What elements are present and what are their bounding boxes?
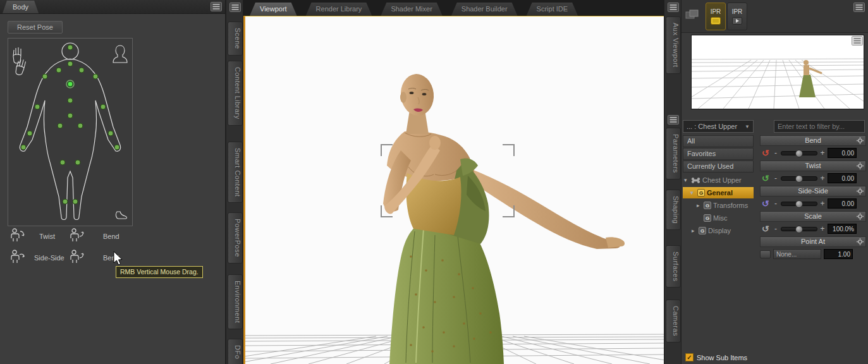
- tree-expanded-icon[interactable]: ▾: [684, 174, 689, 186]
- tab-viewport[interactable]: Viewport: [250, 3, 297, 16]
- dock-tab-aux-viewport[interactable]: Aux Viewport: [666, 16, 681, 74]
- param-header-label: Twist: [805, 162, 821, 169]
- scale-slider-track[interactable]: [781, 227, 817, 231]
- bend-slider-track[interactable]: [781, 151, 817, 155]
- viewport-canvas[interactable]: [243, 16, 664, 364]
- body-map-figure: [8, 39, 132, 226]
- tree-node-misc[interactable]: G Misc: [683, 212, 754, 224]
- ipr-render-button[interactable]: IPR: [706, 3, 726, 30]
- point-at-target-dropdown[interactable]: None...: [773, 249, 821, 259]
- tree-node-transforms[interactable]: ▸ G Transforms: [683, 200, 754, 211]
- side-side-slider-track[interactable]: [781, 202, 817, 206]
- powerpose-body-map[interactable]: [8, 38, 133, 226]
- tab-script-ide[interactable]: Script IDE: [527, 3, 578, 16]
- viewport-tabbar: Viewport Render Library Shader Mixer Sha…: [243, 0, 664, 16]
- param-row-scale: ↺ - + 100.0%: [760, 222, 866, 235]
- point-at-value-field[interactable]: 1.00: [824, 249, 853, 259]
- joint-dots: [21, 45, 119, 204]
- aux-dock-menu-icon[interactable]: [668, 3, 679, 12]
- hands-icon: [13, 47, 26, 76]
- gear-icon[interactable]: [857, 137, 864, 144]
- tree-collapsed-icon[interactable]: ▸: [692, 225, 697, 236]
- bend-dial-icon[interactable]: ↺: [760, 148, 771, 158]
- gear-icon[interactable]: [857, 188, 864, 195]
- param-list-favorites[interactable]: Favorites: [683, 148, 754, 160]
- tab-shader-mixer[interactable]: Shader Mixer: [381, 3, 442, 16]
- group-icon: G: [697, 189, 705, 197]
- dock-tab-environment[interactable]: Environment: [228, 274, 243, 329]
- dock-tab-smart-content[interactable]: Smart Content: [228, 142, 243, 203]
- panel-menu-icon[interactable]: [211, 2, 222, 11]
- tab-shader-builder[interactable]: Shader Builder: [451, 3, 518, 16]
- bend-slider-handle[interactable]: [795, 150, 803, 157]
- left-dock-menu-icon[interactable]: [229, 3, 241, 12]
- side-side-tool-icon[interactable]: [9, 249, 25, 264]
- aux-viewport-canvas[interactable]: [691, 35, 864, 109]
- scale-dial-icon[interactable]: ↺: [760, 224, 771, 234]
- twist-increment-button[interactable]: +: [820, 174, 825, 183]
- side-side-increment-button[interactable]: +: [820, 199, 825, 208]
- bend-increment-button[interactable]: +: [820, 149, 825, 157]
- dock-tab-parameters[interactable]: Parameters: [666, 128, 681, 179]
- tab-render-library[interactable]: Render Library: [306, 3, 372, 16]
- tooltip: RMB Vertical Mouse Drag.: [116, 266, 203, 278]
- dock-tab-dform[interactable]: DFo: [228, 339, 243, 364]
- node-selector-dropdown[interactable]: ... : Chest Upper ▼: [683, 120, 754, 133]
- show-sub-items-checkbox[interactable]: ✓: [685, 353, 694, 361]
- dock-tab-scene[interactable]: Scene: [228, 21, 243, 56]
- point-at-icon: [760, 250, 771, 258]
- ipr-play-button[interactable]: IPR: [727, 3, 747, 30]
- foot-icon: [116, 212, 127, 219]
- side-side-slider-handle[interactable]: [795, 200, 803, 208]
- bend-tool-icon-2[interactable]: [68, 249, 85, 264]
- reset-pose-button[interactable]: Reset Pose: [8, 21, 63, 33]
- 3d-scene: [245, 16, 664, 364]
- twist-value-field[interactable]: 0.00: [828, 173, 857, 183]
- aux-thumb-menu-icon[interactable]: [852, 36, 863, 46]
- dock-tab-surfaces[interactable]: Surfaces: [666, 245, 681, 288]
- side-side-dial-icon[interactable]: ↺: [760, 198, 771, 209]
- ipr-play-icon: [732, 17, 742, 25]
- side-side-decrement-button[interactable]: -: [773, 199, 778, 208]
- node-selector-value: ... : Chest Upper: [687, 123, 737, 130]
- tree-node-general[interactable]: ▾ G General: [683, 187, 754, 198]
- bend-decrement-button[interactable]: -: [773, 149, 778, 157]
- bend-tool-icon[interactable]: [68, 228, 85, 243]
- dock-tab-shaping[interactable]: Shaping: [666, 190, 681, 230]
- tree-expanded-icon[interactable]: ▾: [690, 187, 695, 198]
- twist-slider-track[interactable]: [781, 176, 817, 181]
- tree-node-display[interactable]: ▸ G Display: [683, 225, 754, 236]
- parameter-filter-input[interactable]: [774, 120, 865, 133]
- twist-slider-handle[interactable]: [795, 175, 803, 183]
- param-list-currently-used[interactable]: Currently Used: [683, 161, 754, 173]
- dock-tab-powerpose[interactable]: PowerPose: [228, 212, 243, 264]
- show-sub-items-option[interactable]: ✓ Show Sub Items: [685, 353, 747, 361]
- aux-scene: [692, 35, 864, 109]
- param-header-label: Bend: [805, 136, 821, 144]
- scale-decrement-button[interactable]: -: [773, 224, 778, 233]
- dock-tab-cameras[interactable]: Cameras: [666, 300, 681, 343]
- twist-dial-icon[interactable]: ↺: [760, 173, 771, 183]
- side-side-value-field[interactable]: 0.00: [828, 198, 857, 209]
- twist-tool-icon[interactable]: [9, 228, 25, 243]
- bend-value-field[interactable]: 0.00: [828, 148, 857, 158]
- tree-node-chest-upper[interactable]: ▾ Chest Upper: [683, 174, 754, 186]
- aux-pane-menu-icon[interactable]: [853, 3, 865, 12]
- param-header-label: Point At: [801, 238, 825, 245]
- gear-icon[interactable]: [857, 238, 864, 245]
- gear-icon[interactable]: [857, 162, 864, 169]
- gear-icon[interactable]: [857, 213, 864, 220]
- head-icon: [113, 46, 127, 63]
- params-dock-menu-icon[interactable]: [668, 115, 679, 124]
- scale-slider-handle[interactable]: [795, 226, 803, 233]
- render-stack-icon[interactable]: [685, 9, 699, 20]
- dock-tab-content-library[interactable]: Content Library: [228, 61, 243, 126]
- bend-tool-label: Bend: [103, 233, 119, 240]
- param-list-all[interactable]: All: [683, 135, 754, 147]
- param-row-twist: ↺ - + 0.00: [760, 172, 866, 185]
- twist-decrement-button[interactable]: -: [773, 174, 778, 183]
- scale-increment-button[interactable]: +: [820, 224, 825, 233]
- scale-value-field[interactable]: 100.0%: [828, 224, 857, 234]
- tree-collapsed-icon[interactable]: ▸: [697, 200, 702, 211]
- tab-body[interactable]: Body: [3, 1, 39, 13]
